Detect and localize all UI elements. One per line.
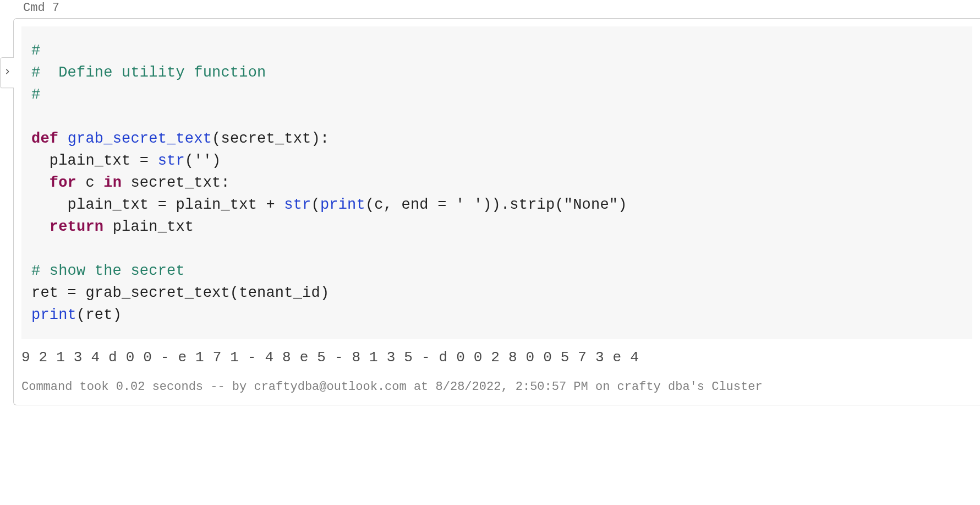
cell-collapse-toggle[interactable] <box>0 57 14 88</box>
code-token: plain_txt <box>103 219 194 235</box>
code-token <box>31 219 50 235</box>
code-line: # Define utility function <box>31 64 266 81</box>
code-token: ( <box>311 197 320 213</box>
chevron-right-icon <box>4 66 11 79</box>
code-line: # show the secret <box>31 263 185 279</box>
code-token: (c, end = ' ')).strip("None") <box>365 197 627 213</box>
code-token-builtin: str <box>284 197 311 213</box>
code-token-keyword: def <box>31 131 58 147</box>
code-token-keyword: return <box>50 219 103 235</box>
code-token <box>31 175 50 191</box>
code-token-builtin: print <box>31 307 76 323</box>
code-token: plain_txt = <box>31 153 158 169</box>
code-token-builtin: str <box>158 153 185 169</box>
cell-status: Command took 0.02 seconds -- by craftydb… <box>21 380 972 399</box>
notebook-cell: # # Define utility function # def grab_s… <box>13 18 980 405</box>
code-token-keyword: for <box>50 175 76 191</box>
cell-command-label: Cmd 7 <box>0 0 980 16</box>
code-token-keyword: in <box>103 175 122 191</box>
code-token: ('') <box>185 153 221 169</box>
code-token: c <box>76 175 103 191</box>
notebook-cell-wrapper: Cmd 7 # # Define utility function # def … <box>0 0 980 405</box>
code-token: plain_txt = plain_txt + <box>31 197 284 213</box>
code-token: (ret) <box>76 307 122 323</box>
cell-output: 9 2 1 3 4 d 0 0 - e 1 7 1 - 4 8 e 5 - 8 … <box>21 349 972 366</box>
code-token: secret_txt: <box>122 175 230 191</box>
code-line: # <box>31 86 40 103</box>
code-token-func-name: grab_secret_text <box>68 131 212 147</box>
code-line: ret = grab_secret_text(tenant_id) <box>31 285 329 301</box>
code-token: (secret_txt): <box>212 131 329 147</box>
code-editor[interactable]: # # Define utility function # def grab_s… <box>21 26 972 339</box>
code-line: # <box>31 42 40 59</box>
code-token-builtin: print <box>320 197 365 213</box>
